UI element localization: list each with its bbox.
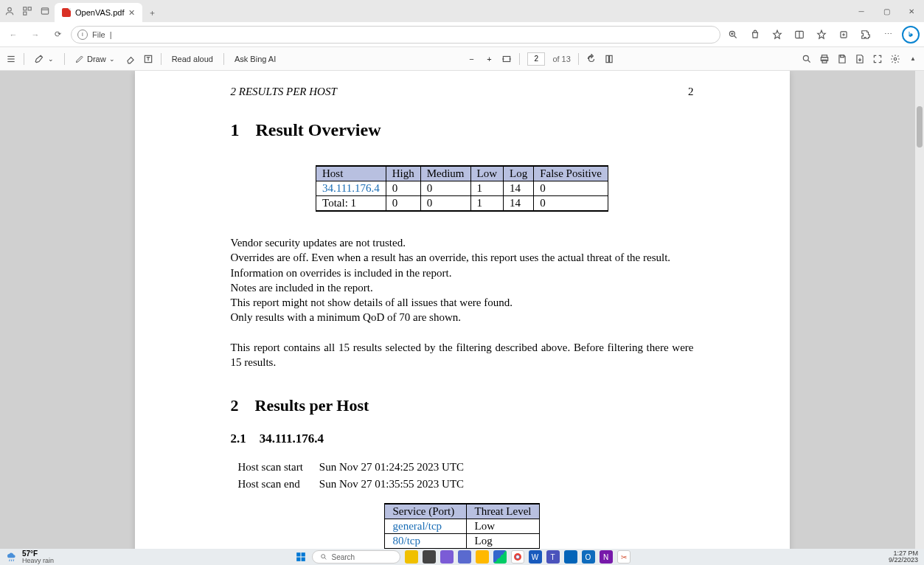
svg-line-33 (10, 559, 10, 561)
onenote-icon[interactable]: N (600, 550, 613, 564)
svg-point-26 (803, 55, 808, 60)
section-2-1-heading: 2.134.111.176.4 (231, 431, 694, 446)
svg-line-34 (11, 559, 12, 561)
svg-rect-2 (28, 7, 31, 10)
app-icon[interactable] (423, 550, 436, 564)
split-screen-icon[interactable] (791, 27, 807, 43)
tab-actions-icon[interactable] (40, 6, 50, 16)
service-link[interactable]: general/tcp (385, 519, 467, 533)
fit-width-icon[interactable] (501, 54, 512, 64)
app-icon[interactable] (405, 550, 418, 564)
snip-icon[interactable]: ✂ (617, 550, 631, 564)
shopping-icon[interactable] (747, 27, 763, 43)
read-aloud-button[interactable]: Read aloud (169, 53, 216, 65)
outlook-icon[interactable]: O (582, 550, 595, 564)
contents-icon[interactable] (6, 54, 16, 64)
system-tray[interactable]: 1:27 PM 9/22/2023 (883, 550, 924, 564)
workspaces-icon[interactable] (22, 6, 32, 16)
pdf-icon (62, 8, 71, 17)
svg-rect-31 (841, 55, 844, 57)
save-as-icon[interactable] (855, 54, 865, 64)
th-high: High (386, 166, 420, 181)
th-low: Low (470, 166, 504, 181)
file-explorer-icon[interactable] (476, 550, 489, 564)
svg-rect-38 (296, 558, 300, 561)
host-link[interactable]: 34.111.176.4 (316, 181, 386, 196)
zoom-out-icon[interactable]: − (466, 54, 476, 64)
zoom-icon[interactable] (725, 27, 741, 43)
print-icon[interactable] (819, 54, 830, 64)
weather-cond: Heavy rain (22, 558, 54, 564)
page-input[interactable] (527, 52, 545, 66)
favorite-icon[interactable] (769, 27, 785, 43)
weather-temp: 57°F (22, 550, 54, 558)
app-icon[interactable] (440, 550, 454, 564)
svg-rect-21 (504, 56, 510, 61)
bing-chat-icon[interactable] (902, 26, 920, 44)
back-button[interactable]: ← (4, 26, 22, 44)
scrollbar-track[interactable] (915, 71, 924, 549)
profile-icon[interactable] (4, 6, 15, 16)
url-path: | (110, 30, 112, 39)
start-icon[interactable] (294, 550, 308, 564)
chrome-icon[interactable] (511, 550, 524, 564)
svg-point-40 (321, 555, 324, 558)
url-input[interactable]: i File | (71, 26, 720, 44)
settings-icon[interactable] (890, 54, 900, 64)
svg-line-41 (324, 558, 326, 559)
text-icon[interactable] (143, 54, 153, 64)
taskbar-center: Search W T O N ✂ (294, 550, 631, 564)
svg-line-35 (13, 559, 14, 561)
minimize-button[interactable]: ─ (849, 0, 874, 22)
more-icon[interactable]: ⋯ (880, 27, 896, 43)
forward-button: → (27, 26, 44, 44)
tab-title: OpenVAS.pdf (75, 8, 124, 17)
scan-times: Host scan startSun Nov 27 01:24:25 2023 … (237, 458, 481, 493)
favorites-hub-icon[interactable] (813, 27, 830, 43)
collections-icon[interactable] (836, 27, 852, 43)
pdf-toolbar: ⌄ Draw⌄ Read aloud Ask Bing AI − + of 13… (0, 47, 924, 71)
pdf-viewport[interactable]: 2 RESULTS PER HOST 2 1Result Overview Ho… (0, 71, 924, 549)
svg-line-7 (734, 35, 737, 38)
weather-widget[interactable]: 57°F Heavy rain (0, 550, 60, 564)
tab-openvas-pdf[interactable]: OpenVAS.pdf ✕ (55, 3, 142, 22)
info-icon[interactable]: i (77, 30, 88, 40)
table-row: Total: 1 0 0 1 14 0 (316, 196, 608, 212)
collapse-toolbar-icon[interactable]: ▲ (908, 54, 918, 64)
address-bar: ← → ⟳ i File | ⋯ (0, 22, 924, 47)
section-1-heading: 1Result Overview (231, 120, 694, 140)
close-tab-icon[interactable]: ✕ (128, 8, 135, 18)
overview-table: Host High Medium Low Log False Positive … (316, 165, 608, 212)
edge-icon[interactable] (493, 550, 507, 564)
scrollbar-thumb[interactable] (917, 106, 923, 148)
ask-bing-button[interactable]: Ask Bing AI (232, 53, 279, 65)
table-row: 34.111.176.4 0 0 1 14 0 (316, 181, 608, 196)
page-view-icon[interactable] (604, 54, 614, 64)
zoom-in-icon[interactable]: + (484, 54, 494, 64)
svg-point-0 (8, 7, 12, 11)
app-icon[interactable] (564, 550, 577, 564)
service-link[interactable]: 80/tcp (385, 533, 467, 548)
maximize-button[interactable]: ▢ (874, 0, 899, 22)
search-pdf-icon[interactable] (802, 54, 812, 64)
rotate-icon[interactable] (586, 54, 597, 64)
highlight-button[interactable]: ⌄ (32, 52, 57, 66)
taskbar-search[interactable]: Search (312, 550, 400, 564)
erase-icon[interactable] (125, 54, 136, 64)
draw-button[interactable]: Draw⌄ (72, 53, 118, 65)
th-host: Host (316, 166, 386, 181)
teams-icon[interactable]: T (546, 550, 560, 564)
th-log: Log (504, 166, 534, 181)
save-icon[interactable] (837, 54, 847, 64)
close-window-button[interactable]: ✕ (899, 0, 924, 22)
reload-button[interactable]: ⟳ (49, 26, 66, 44)
app-icon[interactable] (458, 550, 471, 564)
section-2-heading: 2Results per Host (231, 396, 694, 415)
svg-rect-25 (609, 55, 612, 62)
fullscreen-icon[interactable] (872, 54, 883, 64)
new-tab-button[interactable]: ＋ (142, 3, 161, 22)
svg-rect-24 (606, 55, 609, 62)
word-icon[interactable]: W (529, 550, 542, 564)
extensions-icon[interactable] (858, 27, 874, 43)
svg-rect-1 (24, 7, 27, 10)
